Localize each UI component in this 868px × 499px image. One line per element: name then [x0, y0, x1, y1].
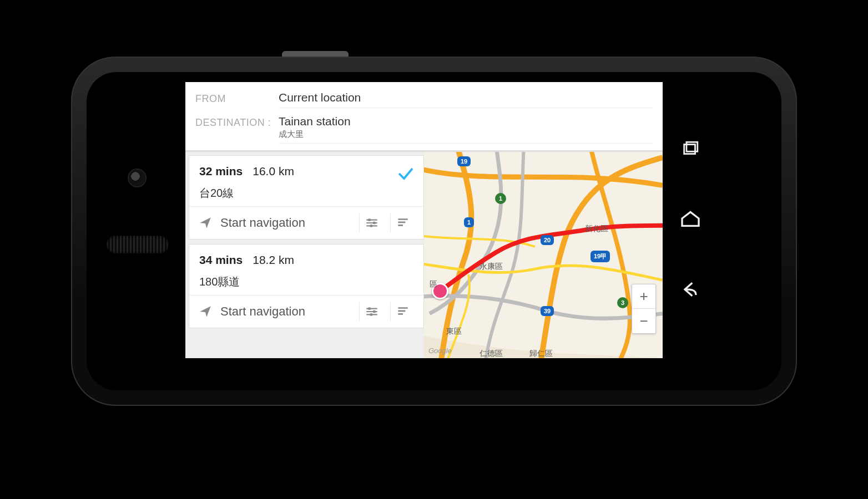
map-attribution: Google [428, 347, 452, 355]
svg-rect-1 [373, 222, 375, 224]
destination-row[interactable]: DESTINATION : Tainan station 成大里 [195, 111, 653, 147]
phone-bezel: FROM Current location DESTINATION : Tain… [87, 72, 781, 390]
android-nav-bar [663, 82, 718, 358]
navigate-icon [198, 304, 213, 319]
route-shield-icon: 1 [495, 193, 506, 204]
list-icon [396, 216, 410, 230]
map-view[interactable]: 新化區永康區區東區仁德區歸仁區 19112019甲393 + − Google [424, 152, 663, 358]
map-place-label: 永康區 [480, 262, 503, 272]
route-options-button[interactable] [359, 302, 383, 321]
route-card[interactable]: 34 mins18.2 km180縣道Start navigation [189, 244, 424, 328]
route-steps-button[interactable] [390, 213, 415, 232]
svg-rect-0 [368, 218, 370, 221]
map-place-label: 東區 [446, 327, 462, 337]
route-timing: 34 mins18.2 km [199, 253, 413, 267]
navigation-app: FROM Current location DESTINATION : Tain… [185, 82, 663, 358]
svg-rect-4 [373, 310, 375, 313]
route-via: 台20線 [199, 186, 413, 201]
from-row[interactable]: FROM Current location [195, 88, 653, 111]
sliders-icon [365, 216, 379, 230]
zoom-in-button[interactable]: + [632, 284, 655, 309]
route-shield-icon: 19 [457, 156, 471, 166]
selected-check-icon [396, 164, 416, 184]
start-navigation-button[interactable]: Start navigation [198, 304, 352, 319]
route-shield-icon: 1 [464, 217, 474, 227]
map-place-label: 新化區 [585, 224, 608, 234]
destination-label: DESTINATION : [195, 115, 279, 129]
map-place-label: 仁德區 [480, 349, 503, 358]
navigate-icon [198, 216, 213, 230]
route-list[interactable]: 32 mins16.0 km台20線Start navigation34 min… [185, 152, 424, 358]
app-body: 32 mins16.0 km台20線Start navigation34 min… [185, 152, 663, 358]
sliders-icon [365, 304, 379, 319]
svg-rect-5 [370, 313, 372, 315]
start-navigation-button[interactable]: Start navigation [198, 216, 352, 230]
recent-apps-icon[interactable] [681, 140, 700, 159]
route-shield-icon: 3 [617, 297, 628, 308]
from-label: FROM [195, 91, 279, 105]
earpiece-speaker [107, 236, 169, 253]
from-value: Current location [279, 91, 653, 104]
power-button [282, 51, 349, 57]
destination-sub: 成大里 [279, 129, 653, 140]
zoom-control: + − [632, 284, 656, 334]
route-timing: 32 mins16.0 km [199, 165, 413, 178]
screen: FROM Current location DESTINATION : Tain… [185, 82, 718, 358]
svg-rect-3 [368, 307, 370, 309]
zoom-out-button[interactable]: − [632, 309, 655, 333]
route-shield-icon: 39 [541, 306, 554, 316]
route-shield-icon: 19甲 [591, 251, 610, 262]
route-options-button[interactable] [359, 213, 383, 232]
route-shield-icon: 20 [541, 235, 554, 245]
route-steps-button[interactable] [390, 302, 415, 321]
back-icon[interactable] [679, 278, 702, 301]
front-camera [129, 170, 145, 186]
destination-value: Tainan station [279, 115, 653, 128]
phone-frame: FROM Current location DESTINATION : Tain… [71, 57, 797, 406]
list-icon [396, 304, 410, 319]
svg-rect-2 [370, 225, 372, 227]
map-place-label: 區 [430, 279, 437, 289]
map-place-label: 歸仁區 [529, 349, 553, 358]
route-via: 180縣道 [199, 274, 413, 289]
route-header: FROM Current location DESTINATION : Tain… [185, 82, 663, 152]
home-icon[interactable] [679, 207, 702, 230]
route-card[interactable]: 32 mins16.0 km台20線Start navigation [189, 155, 424, 240]
